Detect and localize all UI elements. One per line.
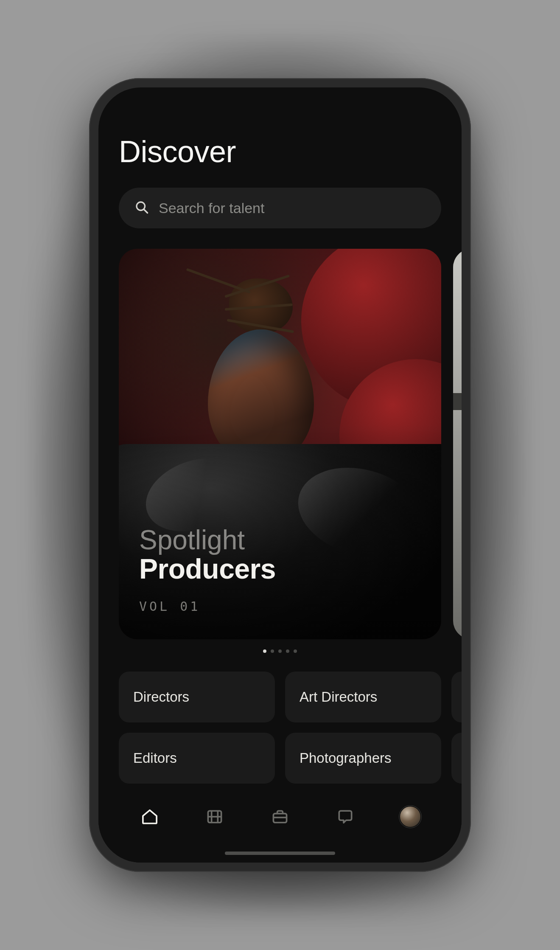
spotlight-volume: VOL 01 xyxy=(139,599,276,614)
category-label: Directors xyxy=(133,689,189,705)
spotlight-headline: Producers xyxy=(139,554,276,584)
spotlight-card-next[interactable] xyxy=(453,249,462,639)
category-chip-directors[interactable]: Directors xyxy=(119,672,275,722)
tab-home[interactable] xyxy=(139,806,161,828)
carousel-dot[interactable] xyxy=(271,649,274,653)
tab-jobs[interactable] xyxy=(269,806,291,828)
carousel-pagination xyxy=(119,649,441,653)
screen: Discover Search for talent xyxy=(98,87,462,863)
spotlight-eyebrow: Spotlight xyxy=(139,526,276,554)
chat-icon xyxy=(336,807,355,826)
tab-reels[interactable] xyxy=(204,806,226,828)
carousel-dot[interactable] xyxy=(278,649,282,653)
home-indicator xyxy=(225,852,335,855)
carousel-dot[interactable] xyxy=(286,649,289,653)
search-icon xyxy=(134,200,149,216)
category-label: Art Directors xyxy=(300,689,377,705)
spotlight-carousel[interactable]: Spotlight Producers VOL 01 xyxy=(119,249,462,653)
tab-messages[interactable] xyxy=(334,806,356,828)
category-chip-photographers[interactable]: Photographers xyxy=(285,733,441,784)
spotlight-card[interactable]: Spotlight Producers VOL 01 xyxy=(119,249,441,639)
svg-line-1 xyxy=(144,210,148,213)
tab-profile[interactable] xyxy=(399,806,421,828)
category-label: Photographers xyxy=(300,750,391,766)
avatar xyxy=(400,807,420,827)
search-placeholder: Search for talent xyxy=(159,200,264,216)
page-title: Discover xyxy=(119,134,441,169)
category-chip-peek[interactable] xyxy=(451,733,462,784)
category-grid: Directors Art Directors Editors Photogra… xyxy=(119,672,462,784)
category-chip-art-directors[interactable]: Art Directors xyxy=(285,672,441,722)
home-icon xyxy=(140,807,159,826)
carousel-dot[interactable] xyxy=(294,649,297,653)
briefcase-icon xyxy=(271,807,289,826)
category-chip-peek[interactable] xyxy=(451,672,462,722)
film-icon xyxy=(205,807,224,826)
category-chip-editors[interactable]: Editors xyxy=(119,733,275,784)
search-input[interactable]: Search for talent xyxy=(119,188,441,228)
device-frame: Discover Search for talent xyxy=(89,78,471,872)
category-label: Editors xyxy=(133,750,177,766)
carousel-dot[interactable] xyxy=(263,649,266,653)
